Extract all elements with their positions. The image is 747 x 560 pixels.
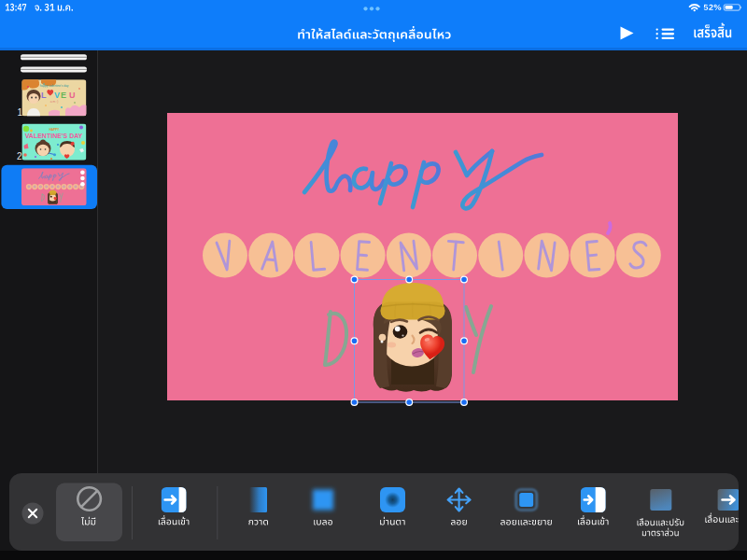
svg-text:E: E <box>61 91 66 100</box>
svg-text:V: V <box>54 91 60 100</box>
svg-text:U: U <box>69 91 76 100</box>
svg-text:a m :): a m :) <box>50 100 59 104</box>
svg-text:L: L <box>41 91 47 100</box>
svg-text:VALENTINE'S DAY: VALENTINE'S DAY <box>25 133 83 139</box>
svg-text:HAPPY: HAPPY <box>49 128 59 132</box>
